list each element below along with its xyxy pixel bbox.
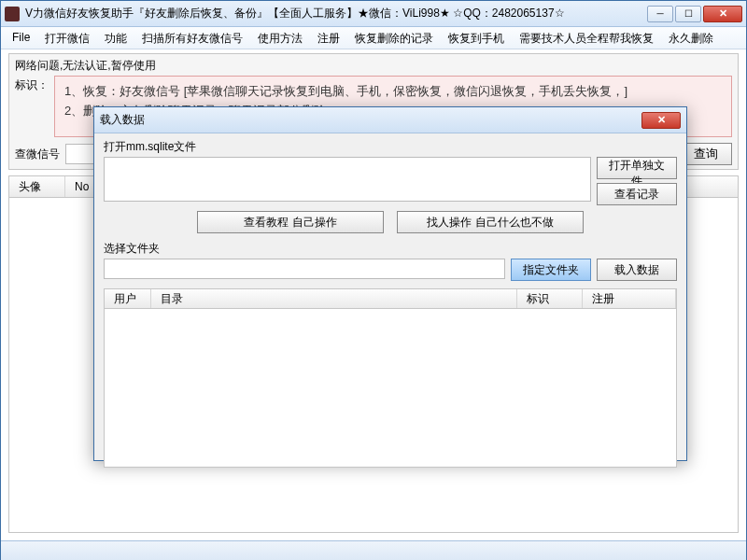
file-side-buttons: 打开单独文件 查看记录: [597, 157, 677, 205]
dialog-title: 载入数据: [100, 112, 641, 128]
window-title: V力微信好友恢复助手『好友删除后恢复、备份』【全面人工服务】★微信：ViLi99…: [25, 6, 647, 21]
col-register[interactable]: 注册: [583, 289, 676, 308]
minimize-button[interactable]: ─: [647, 6, 673, 22]
open-single-file-button[interactable]: 打开单独文件: [597, 157, 677, 179]
find-person-button[interactable]: 找人操作 自己什么也不做: [397, 211, 584, 233]
close-icon: ✕: [719, 7, 727, 20]
col-marker[interactable]: 标识: [517, 289, 583, 308]
menubar: File 打开微信 功能 扫描所有好友微信号 使用方法 注册 恢复删除的记录 恢…: [1, 27, 746, 49]
search-label: 查微信号: [15, 147, 60, 162]
open-file-label: 打开mm.sqlite文件: [104, 139, 677, 155]
folder-row: 指定文件夹 载入数据: [104, 259, 677, 281]
menu-perm-delete[interactable]: 永久删除: [661, 27, 721, 49]
app-icon: [5, 7, 20, 21]
load-data-button[interactable]: 载入数据: [597, 259, 677, 281]
menu-need-tech[interactable]: 需要技术人员全程帮我恢复: [512, 27, 661, 49]
folder-path-input[interactable]: [104, 259, 505, 279]
dialog-list-header: 用户 目录 标识 注册: [104, 288, 677, 309]
status-text: 网络问题,无法认证,暂停使用: [15, 58, 732, 74]
view-records-button[interactable]: 查看记录: [597, 183, 677, 205]
statusbar: [1, 540, 746, 560]
close-icon: ✕: [657, 114, 666, 126]
menu-scan-all[interactable]: 扫描所有好友微信号: [134, 27, 250, 49]
col-user[interactable]: 用户: [105, 289, 151, 308]
minimize-icon: ─: [656, 8, 663, 19]
action-row: 查看教程 自己操作 找人操作 自己什么也不做: [104, 211, 677, 233]
dialog-body: 打开mm.sqlite文件 打开单独文件 查看记录 查看教程 自己操作 找人操作…: [94, 133, 686, 477]
menu-register[interactable]: 注册: [310, 27, 347, 49]
file-row: 打开单独文件 查看记录: [104, 157, 677, 205]
titlebar: V力微信好友恢复助手『好友删除后恢复、备份』【全面人工服务】★微信：ViLi99…: [1, 1, 746, 27]
maximize-button[interactable]: ☐: [675, 6, 701, 22]
menu-recover-to-phone[interactable]: 恢复到手机: [441, 27, 512, 49]
select-folder-label: 选择文件夹: [104, 241, 677, 257]
maximize-icon: ☐: [684, 8, 693, 19]
menu-usage[interactable]: 使用方法: [250, 27, 310, 49]
close-button[interactable]: ✕: [703, 6, 742, 22]
window-controls: ─ ☐ ✕: [647, 6, 742, 22]
menu-file[interactable]: File: [5, 27, 37, 49]
col-avatar[interactable]: 头像: [9, 176, 65, 197]
menu-function[interactable]: 功能: [97, 27, 134, 49]
dialog-list-body[interactable]: [104, 309, 677, 468]
marker-label: 标识：: [15, 76, 49, 93]
col-dir[interactable]: 目录: [151, 289, 517, 308]
load-data-dialog: 载入数据 ✕ 打开mm.sqlite文件 打开单独文件 查看记录 查看教程 自己…: [93, 106, 687, 461]
menu-open-wechat[interactable]: 打开微信: [37, 27, 97, 49]
menu-recover-deleted[interactable]: 恢复删除的记录: [347, 27, 441, 49]
tutorial-button[interactable]: 查看教程 自己操作: [197, 211, 384, 233]
dialog-close-button[interactable]: ✕: [641, 112, 681, 129]
search-button[interactable]: 查询: [680, 143, 732, 165]
info-line-1: 1、恢复：好友微信号 [苹果微信聊天记录恢复到电脑、手机，保密恢复，微信闪退恢复…: [64, 82, 722, 102]
dialog-titlebar: 载入数据 ✕: [94, 107, 686, 133]
file-path-textarea[interactable]: [104, 157, 591, 202]
specify-folder-button[interactable]: 指定文件夹: [511, 259, 591, 281]
